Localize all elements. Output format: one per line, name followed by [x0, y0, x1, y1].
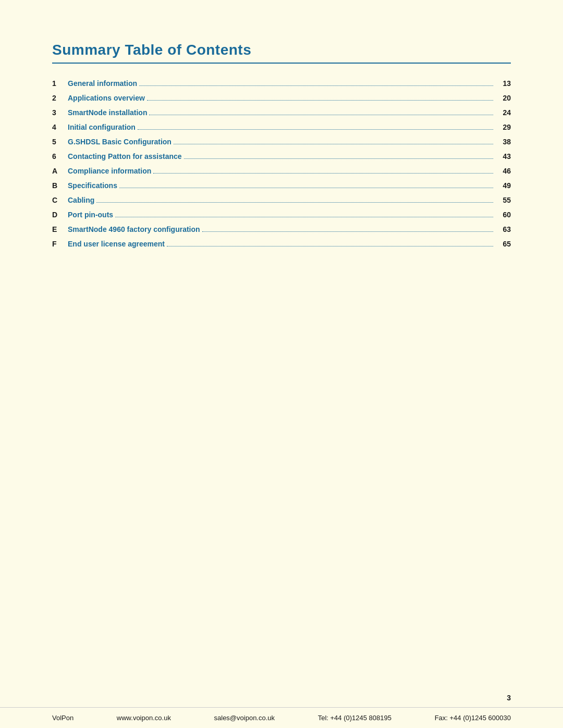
toc-page: 43 — [495, 152, 511, 161]
toc-number: 1 — [52, 79, 68, 88]
toc-dots — [138, 129, 493, 130]
toc-link[interactable]: Contacting Patton for assistance — [68, 152, 182, 161]
toc-number: D — [52, 211, 68, 219]
title-divider — [52, 63, 511, 64]
toc-dots — [115, 217, 493, 217]
toc-row: 5G.SHDSL Basic Configuration38 — [52, 138, 511, 146]
toc-dots — [202, 231, 493, 232]
toc-table: 1General information132Applications over… — [52, 79, 511, 248]
toc-row: CCabling55 — [52, 196, 511, 204]
toc-dots — [153, 173, 493, 174]
toc-link[interactable]: Port pin-outs — [68, 211, 113, 219]
toc-page: 46 — [495, 167, 511, 175]
toc-page: 20 — [495, 94, 511, 102]
toc-link[interactable]: SmartNode 4960 factory configuration — [68, 225, 200, 233]
toc-page: 29 — [495, 123, 511, 131]
toc-row: 2Applications overview20 — [52, 94, 511, 102]
footer-email: sales@voipon.co.uk — [214, 714, 275, 722]
toc-link[interactable]: End user license agreement — [68, 240, 165, 248]
toc-number: B — [52, 181, 68, 190]
toc-number: 4 — [52, 123, 68, 131]
toc-number: C — [52, 196, 68, 204]
toc-link[interactable]: Initial configuration — [68, 123, 136, 131]
footer: VolPon www.voipon.co.uk sales@voipon.co.… — [0, 707, 563, 728]
toc-page: 63 — [495, 225, 511, 233]
footer-website: www.voipon.co.uk — [117, 714, 171, 722]
toc-row: BSpecifications49 — [52, 181, 511, 190]
toc-row: 3SmartNode installation24 — [52, 108, 511, 117]
title-section: Summary Table of Contents — [52, 42, 511, 64]
toc-row: FEnd user license agreement65 — [52, 240, 511, 248]
toc-row: 1General information13 — [52, 79, 511, 88]
toc-link[interactable]: G.SHDSL Basic Configuration — [68, 138, 172, 146]
toc-row: 6Contacting Patton for assistance43 — [52, 152, 511, 161]
toc-page: 13 — [495, 79, 511, 88]
toc-link[interactable]: Cabling — [68, 196, 94, 204]
toc-dots — [184, 158, 493, 159]
toc-number: F — [52, 240, 68, 248]
toc-number: 5 — [52, 138, 68, 146]
footer-fax: Fax: +44 (0)1245 600030 — [435, 714, 511, 722]
toc-dots — [167, 246, 493, 246]
footer-tel: Tel: +44 (0)1245 808195 — [318, 714, 391, 722]
toc-number: 2 — [52, 94, 68, 102]
toc-number: A — [52, 167, 68, 175]
footer-brand: VolPon — [52, 714, 74, 722]
toc-page: 55 — [495, 196, 511, 204]
toc-number: E — [52, 225, 68, 233]
toc-dots — [139, 85, 493, 86]
toc-link[interactable]: General information — [68, 79, 137, 88]
page-container: Summary Table of Contents 1General infor… — [0, 0, 563, 728]
toc-link[interactable]: Compliance information — [68, 167, 151, 175]
toc-page: 24 — [495, 108, 511, 117]
toc-number: 3 — [52, 108, 68, 117]
toc-row: 4Initial configuration29 — [52, 123, 511, 131]
toc-row: ACompliance information46 — [52, 167, 511, 175]
toc-page: 49 — [495, 181, 511, 190]
toc-page: 38 — [495, 138, 511, 146]
toc-row: DPort pin-outs60 — [52, 211, 511, 219]
toc-dots — [96, 202, 493, 203]
toc-dots — [119, 188, 493, 188]
toc-row: ESmartNode 4960 factory configuration63 — [52, 225, 511, 233]
toc-link[interactable]: SmartNode installation — [68, 108, 147, 117]
toc-link[interactable]: Specifications — [68, 181, 117, 190]
toc-dots — [147, 100, 493, 101]
toc-dots — [174, 144, 493, 144]
page-title: Summary Table of Contents — [52, 42, 511, 58]
toc-dots — [149, 115, 493, 115]
toc-link[interactable]: Applications overview — [68, 94, 145, 102]
toc-number: 6 — [52, 152, 68, 161]
toc-page: 60 — [495, 211, 511, 219]
toc-page: 65 — [495, 240, 511, 248]
page-number: 3 — [507, 694, 511, 702]
